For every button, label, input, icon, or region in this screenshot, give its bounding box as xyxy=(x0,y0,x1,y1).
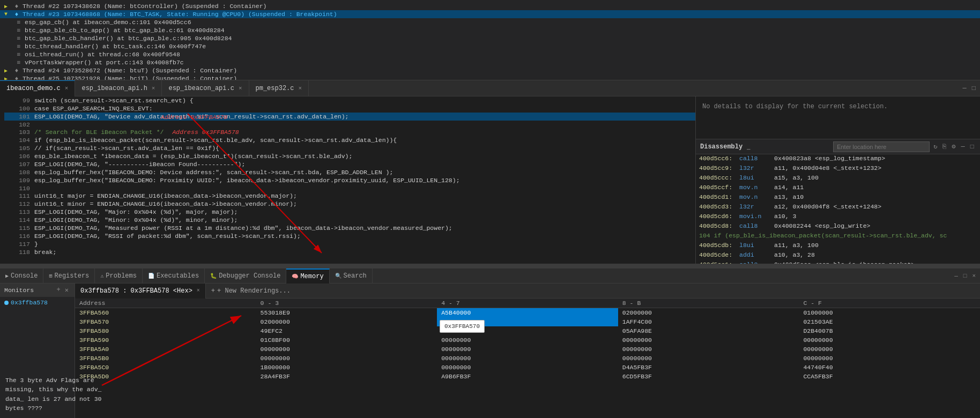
hex-row-4[interactable]: 3FFBA5A000000000000000000000000000000000 xyxy=(75,345,980,354)
hex-cell-7-2[interactable]: A9B6FB3F xyxy=(437,372,618,381)
hex-row-0[interactable]: 3FFBA560553018E9A5B400000200000001000000 xyxy=(75,308,980,318)
hex-cell-3-3[interactable]: 00000000 xyxy=(618,335,799,345)
close-tab-ibeacon[interactable]: × xyxy=(65,85,69,92)
thread-23-frame-3[interactable]: ≡ btc_gap_ble_cb_handler() at btc_gap_bl… xyxy=(0,34,980,42)
disasm-refresh-btn[interactable]: ↻ xyxy=(932,141,939,152)
hex-cell-1-1[interactable]: 02000000 xyxy=(256,317,437,326)
thread-23[interactable]: ▼ ♦ Thread #23 1073468868 (Name: BTC_TAS… xyxy=(0,10,980,18)
hex-row-1[interactable]: 3FFBA57002000000B5FFFFFF1AFF4C00021503AE xyxy=(75,317,980,326)
thread-24[interactable]: ▶ ♦ Thread #24 1073528672 (Name: btuT) (… xyxy=(0,66,980,74)
tab-esp-ibeacon-api-c[interactable]: esp_ibeacon_api.c × xyxy=(162,80,249,96)
hex-cell-5-1[interactable]: 00000000 xyxy=(256,354,437,363)
hex-cell-4-1[interactable]: 00000000 xyxy=(256,345,437,354)
hex-cell-5-2[interactable]: 00000000 xyxy=(437,354,618,363)
hex-content[interactable]: Address 0 - 3 4 - 7 8 - B C - F 3FFBA560… xyxy=(75,298,980,418)
hex-row-3[interactable]: 3FFBA59001C8BF00000000000000000000000000 xyxy=(75,335,980,345)
hex-cell-3-0[interactable]: 3FFBA590 xyxy=(75,335,256,345)
hex-cell-7-0[interactable]: 3FFBA5D0 xyxy=(75,372,256,381)
hex-cell-6-4[interactable]: 44740F40 xyxy=(799,363,980,372)
maximize-editor-btn[interactable]: □ xyxy=(970,84,978,93)
hex-cell-7-1[interactable]: 28A4FB3F xyxy=(256,372,437,381)
hex-cell-6-3[interactable]: D4A5FB3F xyxy=(618,363,799,372)
code-lines-container[interactable]: 99 switch (scan_result->scan_rst.search_… xyxy=(0,96,695,264)
tab-search[interactable]: 🔍 Search xyxy=(330,268,373,283)
hex-cell-4-2[interactable]: 00000000 xyxy=(437,345,618,354)
hex-cell-1-4[interactable]: 021503AE xyxy=(799,317,980,326)
hex-cell-2-4[interactable]: D2B4007B xyxy=(799,326,980,335)
close-hex-tab[interactable]: × xyxy=(197,288,200,294)
add-monitor-btn[interactable]: + xyxy=(55,286,62,295)
thread-23-frame-2[interactable]: ≡ btc_gap_ble_cb_to_app() at btc_gap_ble… xyxy=(0,26,980,34)
hex-row-7[interactable]: 3FFBA5D028A4FB3FA9B6FB3F6CD5FB3FCCA5FB3F xyxy=(75,372,980,381)
hex-row-2[interactable]: 3FFBA58049EFC243739CA905AFA98ED2B4007B xyxy=(75,326,980,335)
thread-25[interactable]: ▶ ♦ Thread #25 1073521928 (Name: hciT) (… xyxy=(0,74,980,80)
thread-23-frame-4[interactable]: ≡ btc_thread_handler() at btc_task.c:146… xyxy=(0,42,980,50)
disasm-line-0[interactable]: 400d5cc6:call80x400823a8 <esp_log_timest… xyxy=(696,154,980,164)
hex-cell-5-0[interactable]: 3FFBA5B0 xyxy=(75,354,256,363)
disasm-line-1[interactable]: 400d5cc9:l32ra11, 0x400d04e8 <_stext+123… xyxy=(696,164,980,174)
thread-23-frame-6[interactable]: ≡ vPortTaskWrapper() at port.c:143 0x400… xyxy=(0,58,980,66)
code-horizontal-scrollbar[interactable] xyxy=(0,264,695,268)
hex-cell-4-0[interactable]: 3FFBA5A0 xyxy=(75,345,256,354)
hex-cell-6-1[interactable]: 1B000000 xyxy=(256,363,437,372)
hex-cell-2-3[interactable]: 05AFA98E xyxy=(618,326,799,335)
disassembly-content[interactable]: 400d5cc6:call80x400823a8 <esp_log_timest… xyxy=(696,154,980,264)
close-tab-pm[interactable]: × xyxy=(299,85,302,92)
thread-23-frame-5[interactable]: ≡ osi_thread_run() at thread.c:68 0x400f… xyxy=(0,50,980,58)
new-rendering-btn[interactable]: + + New Renderings... xyxy=(206,287,296,295)
hex-cell-2-1[interactable]: 49EFC2 xyxy=(256,326,437,335)
monitor-item-1[interactable]: 0x3ffba578 xyxy=(0,297,75,308)
hex-row-5[interactable]: 3FFBA5B000000000000000000000000000000000 xyxy=(75,354,980,363)
minimize-editor-btn[interactable]: — xyxy=(961,84,969,93)
tab-registers[interactable]: ⊞ Registers xyxy=(43,268,95,283)
bottom-maximize-btn[interactable]: □ xyxy=(961,272,969,280)
disasm-line-6[interactable]: 400d5cd6:movi.na10, 3 xyxy=(696,212,980,222)
tab-ibeacon-demo[interactable]: ibeacon_demo.c × xyxy=(0,80,75,96)
disasm-line-9[interactable]: 400d5cdb:l8uia11, a3, 100 xyxy=(696,241,980,251)
hex-cell-4-4[interactable]: 00000000 xyxy=(799,345,980,354)
location-input[interactable] xyxy=(833,141,930,152)
hex-cell-4-3[interactable]: 00000000 xyxy=(618,345,799,354)
hex-cell-0-0[interactable]: 3FFBA560 xyxy=(75,308,256,318)
disasm-line-7[interactable]: 400d5cd8:call80x40082244 <esp_log_write> xyxy=(696,222,980,232)
hex-cell-7-3[interactable]: 6CD5FB3F xyxy=(618,372,799,381)
tab-memory[interactable]: 🧠 Memory xyxy=(286,268,329,283)
hex-cell-5-3[interactable]: 00000000 xyxy=(618,354,799,363)
hex-cell-7-4[interactable]: CCA5FB3F xyxy=(799,372,980,381)
hex-row-6[interactable]: 3FFBA5C01B00000000000000D4A5FB3F44740F40 xyxy=(75,363,980,372)
hex-cell-0-2[interactable]: A5B40000 xyxy=(437,308,618,318)
hex-cell-6-2[interactable]: 00000000 xyxy=(437,363,618,372)
hex-cell-3-2[interactable]: 00000000 xyxy=(437,335,618,345)
hex-cell-1-0[interactable]: 3FFBA570 xyxy=(75,317,256,326)
thread-22[interactable]: ▶ ♦ Thread #22 1073438628 (Name: btContr… xyxy=(0,2,980,10)
hex-cell-0-3[interactable]: 02000000 xyxy=(618,308,799,318)
close-tab-h[interactable]: × xyxy=(152,85,155,92)
tab-console[interactable]: ▶ Console xyxy=(0,268,43,283)
disasm-maximize-btn[interactable]: □ xyxy=(969,142,976,152)
close-tab-c[interactable]: × xyxy=(239,85,242,92)
hex-cell-6-0[interactable]: 3FFBA5C0 xyxy=(75,363,256,372)
tab-debugger-console[interactable]: 🐛 Debugger Console xyxy=(205,268,286,283)
tab-esp-ibeacon-api-h[interactable]: esp_ibeacon_api.h × xyxy=(75,80,162,96)
mem-tab-hex[interactable]: 0x3ffba578 : 0x3FFBA578 <Hex> × xyxy=(75,283,206,298)
disasm-line-3[interactable]: 400d5ccf:mov.na14, a11 xyxy=(696,183,980,193)
tab-executables[interactable]: 📄 Executables xyxy=(143,268,205,283)
disasm-line-10[interactable]: 400d5cde:addia10, a3, 28 xyxy=(696,251,980,260)
remove-monitor-btn[interactable]: ✕ xyxy=(63,286,70,295)
disasm-line-8[interactable]: 104 if (esp_ble_is_ibeacon_packet(scan_r… xyxy=(696,232,980,241)
hex-cell-3-4[interactable]: 00000000 xyxy=(799,335,980,345)
hex-cell-0-1[interactable]: 553018E9 xyxy=(256,308,437,318)
hex-cell-3-1[interactable]: 01C8BF00 xyxy=(256,335,437,345)
hex-cell-0-4[interactable]: 01000000 xyxy=(799,308,980,318)
tab-pm-esp32[interactable]: pm_esp32.c × xyxy=(249,80,309,96)
tab-problems[interactable]: ⚠ Problems xyxy=(95,268,143,283)
disasm-settings-btn[interactable]: ⚙ xyxy=(950,141,957,152)
hex-cell-5-4[interactable]: 00000000 xyxy=(799,354,980,363)
bottom-minimize-btn[interactable]: — xyxy=(952,272,960,280)
hex-cell-1-3[interactable]: 1AFF4C00 xyxy=(618,317,799,326)
disasm-copy-btn[interactable]: ⎘ xyxy=(941,142,948,152)
disasm-line-2[interactable]: 400d5ccc:l8uia15, a3, 100 xyxy=(696,174,980,183)
disasm-hscroll[interactable] xyxy=(696,264,980,268)
thread-23-frame-1[interactable]: ≡ esp_gap_cb() at ibeacon_demo.c:101 0x4… xyxy=(0,18,980,26)
disasm-line-4[interactable]: 400d5cd1:mov.na13, a10 xyxy=(696,193,980,203)
